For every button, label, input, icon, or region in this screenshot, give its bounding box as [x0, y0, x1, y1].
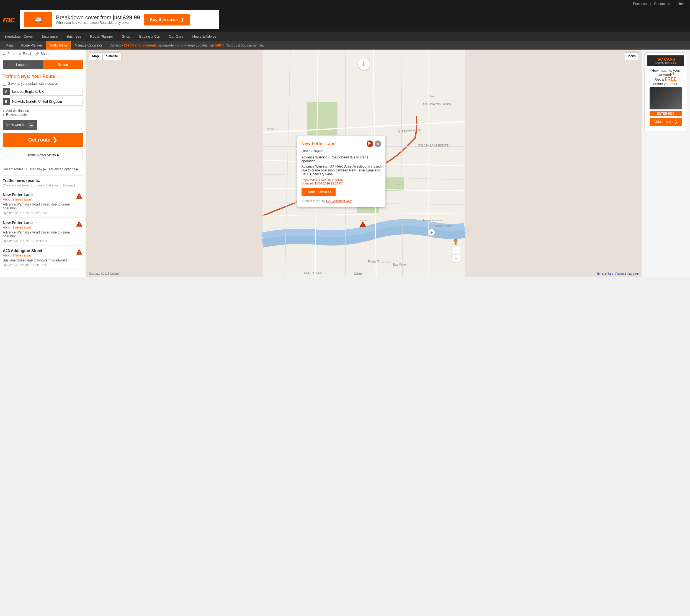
nav-car-care[interactable]: Car Care — [164, 31, 188, 41]
nav-buying-a-car[interactable]: Buying a Car — [135, 31, 164, 41]
from-input-group: A — [3, 88, 83, 95]
svg-text:A201: A201 — [396, 183, 401, 186]
traffic-updated-2: Updated on 11/07/2016 12:19:14 — [3, 239, 83, 243]
traffic-item-1[interactable]: New Fetter Lane About 1 miles away Advan… — [3, 190, 83, 218]
traffic-item-2[interactable]: New Fetter Lane About 1 miles away Advan… — [3, 218, 83, 246]
get-route-button[interactable]: Get route — [3, 133, 83, 147]
popup-header: New Fetter Lane ✕ — [302, 140, 381, 147]
rac-cars-tagline: Search. Buy. Sell. — [649, 62, 683, 65]
svg-text:Cannon Street: Cannon Street — [435, 224, 452, 227]
error-link[interactable]: Report a map error — [616, 272, 639, 275]
popup-flag-button[interactable] — [366, 140, 373, 147]
print-action[interactable]: 🖨 Print — [3, 52, 15, 56]
advanced-options-link[interactable]: Advanced options ▶ — [49, 167, 79, 171]
nav-news-advice[interactable]: News & Advice — [188, 31, 221, 41]
subnav-mileage-calculator[interactable]: Mileage Calculator — [71, 41, 106, 49]
rac-cars-ad: raC CARS Search. Buy. Sell. How much is … — [644, 52, 687, 131]
map-controls: ✛ — [357, 58, 370, 70]
subnav-maps[interactable]: Maps — [2, 41, 17, 49]
print-icon: 🖨 — [3, 52, 6, 56]
svg-text:CRAS: CRAS — [267, 128, 274, 130]
sep2: | — [673, 2, 674, 6]
svg-text:GOLDEN LANE ESTATE: GOLDEN LANE ESTATE — [418, 144, 449, 147]
traffic-title-3: A23 Addington Street — [3, 248, 83, 253]
tab-row: Location Route — [3, 60, 83, 69]
map-tab-satellite[interactable]: Satellite — [103, 52, 121, 60]
contact-link[interactable]: Contact us — [654, 2, 670, 6]
traffic-info: Currently 2096 traffic incidents nationw… — [106, 41, 267, 49]
main-nav: Breakdown Cover Insurance Business Route… — [0, 31, 690, 41]
add-destination-link[interactable]: ▶ Add destination — [3, 109, 83, 113]
buy-cover-button[interactable]: Buy this cover — [144, 14, 190, 25]
reverse-route-link[interactable]: ▶ Reverse route — [3, 113, 83, 117]
svg-point-49 — [454, 239, 458, 243]
route-options: Show weather ☁ — [3, 120, 83, 130]
traffic-distance-2: About 1 miles away — [3, 225, 83, 229]
popup-title: New Fetter Lane — [302, 141, 336, 146]
nav-breakdown-cover[interactable]: Breakdown Cover — [0, 31, 37, 41]
traffic-updated-3: Updated on 23/04/2016 08:31:01 — [3, 263, 83, 267]
popup-icons: ✕ — [366, 140, 381, 147]
tab-route[interactable]: Route — [43, 60, 83, 69]
small-links: ▶ Add destination ▶ Reverse route — [3, 108, 83, 118]
terms-link[interactable]: Terms of Use — [597, 272, 613, 275]
map-tabs: Map Satellite — [89, 52, 121, 60]
tab-location[interactable]: Location — [3, 60, 43, 69]
svg-text:!: ! — [79, 223, 80, 226]
map-terms: Terms of Use Report a map error — [597, 272, 639, 275]
to-input[interactable] — [10, 98, 83, 106]
traffic-cameras-button[interactable]: Traffic Cameras — [302, 188, 336, 196]
subnav-route-planner[interactable]: Route Planner — [18, 41, 45, 49]
traffic-desc-3: Bus lane closed due to long-term roadwor… — [3, 259, 83, 262]
ad-sidebar: raC CARS Search. Buy. Sell. How much is … — [642, 49, 690, 277]
traffic-item-3[interactable]: A23 Addington Street About 1 miles away … — [3, 246, 83, 270]
phone-number: 64644 — [216, 43, 225, 47]
sidebar-section: Traffic News: Your Route Save as your de… — [0, 71, 86, 272]
sidebar-actions: 🖨 Print ✉ Email 🔗 Share — [0, 49, 86, 58]
popup-type: Other - Urgent — [302, 149, 381, 153]
weather-icon: ☁ — [28, 122, 34, 128]
map-tab-map[interactable]: Map — [89, 52, 103, 60]
traffic-alerts-button[interactable]: Traffic News Alerts ▶ — [3, 150, 83, 160]
popup-footer: Brought to you by RAC Accident Care — [302, 199, 381, 202]
business-link[interactable]: Business — [633, 2, 647, 6]
show-weather-button[interactable]: Show weather ☁ — [3, 120, 37, 130]
from-input[interactable] — [10, 88, 83, 95]
from-label: A — [3, 88, 10, 95]
arrow-icon: ▶ — [3, 109, 5, 112]
recent-routes-link[interactable]: Recent routes — [3, 167, 24, 171]
banner-text: Breakdown cover from just £29.99 When yo… — [56, 15, 140, 25]
share-action[interactable]: 🔗 Share — [35, 52, 49, 56]
svg-text:−: − — [455, 256, 458, 261]
divider1 — [3, 163, 83, 163]
subnav-traffic-news[interactable]: Traffic News — [46, 41, 71, 49]
help-link[interactable]: Help — [677, 2, 685, 6]
to-label: B — [3, 98, 10, 105]
nav-route-planner[interactable]: Route Planner — [86, 31, 117, 41]
checkbox-label: Save as your default start location — [8, 82, 58, 86]
popup-close-button[interactable]: ✕ — [375, 140, 381, 147]
value-car-button[interactable]: Value my car — [650, 118, 682, 126]
traffic-icon-1: ! — [75, 193, 83, 200]
traffic-icon-2: ! — [75, 220, 83, 228]
weather-label: Show weather — [5, 123, 27, 127]
car-image — [650, 87, 682, 109]
default-location-checkbox[interactable] — [3, 82, 6, 86]
svg-text:⏱: ⏱ — [430, 231, 433, 234]
divider2 — [3, 175, 83, 176]
ad-cta: Get a FREE — [650, 77, 682, 82]
icons-button[interactable]: Icons — [625, 52, 639, 60]
banner-van-image: 🚐 — [24, 12, 52, 27]
traffic-distance-3: About 1 miles away — [3, 254, 83, 257]
rac-accident-care-link[interactable]: RAC Accident Care — [326, 199, 353, 202]
map-key-link[interactable]: Map key ▶ — [30, 167, 46, 171]
arrow-icon2: ▶ — [3, 113, 5, 116]
svg-text:A3200: A3200 — [360, 219, 367, 222]
nav-insurance[interactable]: Insurance — [37, 31, 62, 41]
nav-shop[interactable]: Shop — [117, 31, 135, 41]
email-action[interactable]: ✉ Email — [19, 52, 31, 56]
map-compass[interactable]: ✛ — [357, 58, 370, 70]
svg-text:City University London: City University London — [423, 103, 451, 106]
traffic-title-2: New Fetter Lane — [3, 220, 83, 225]
nav-business[interactable]: Business — [62, 31, 86, 41]
